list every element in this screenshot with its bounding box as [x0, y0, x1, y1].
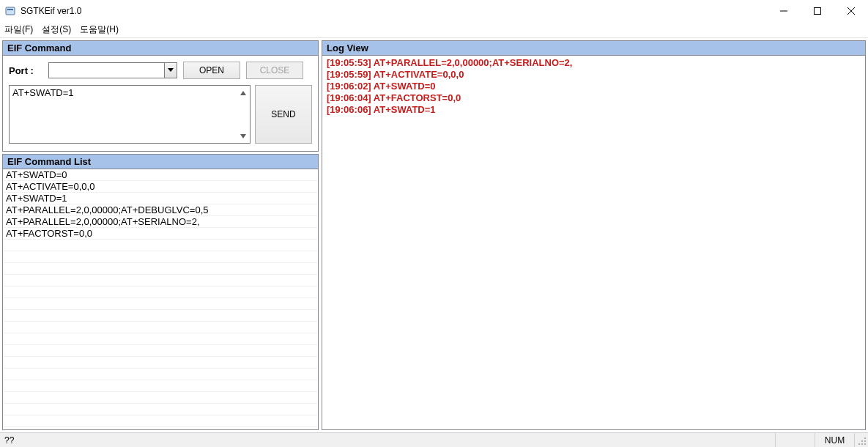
send-button[interactable]: SEND: [255, 85, 312, 144]
list-item[interactable]: [3, 251, 318, 263]
svg-point-13: [861, 440, 863, 442]
list-item[interactable]: AT+PARALLEL=2,0,00000;AT+SERIALNO=2,: [3, 216, 318, 228]
eif-command-list-header: EIF Command List: [3, 155, 318, 169]
list-item[interactable]: [3, 357, 318, 369]
eif-command-header: EIF Command: [3, 41, 318, 56]
eif-command-body: Port : OPEN CLOSE AT+SWATD=1: [3, 56, 318, 151]
left-column: EIF Command Port : OPEN CLOSE AT+SWAT: [2, 40, 319, 430]
port-label: Port :: [9, 65, 42, 76]
window-controls: [767, 0, 868, 22]
log-view-body[interactable]: [19:05:53] AT+PARALLEL=2,0,00000;AT+SERI…: [322, 56, 865, 429]
list-item[interactable]: [3, 263, 318, 275]
list-item[interactable]: [3, 369, 318, 380]
window-title: SGTKEif ver1.0: [21, 6, 81, 16]
port-row: Port : OPEN CLOSE: [9, 62, 312, 79]
svg-marker-6: [168, 68, 174, 72]
menubar: 파일(F) 설정(S) 도움말(H): [0, 22, 868, 38]
svg-marker-8: [240, 134, 246, 138]
list-item[interactable]: [3, 380, 318, 392]
close-button[interactable]: [834, 0, 868, 22]
svg-point-12: [864, 437, 866, 439]
menu-help[interactable]: 도움말(H): [80, 23, 119, 36]
maximize-button[interactable]: [801, 0, 834, 22]
svg-point-11: [861, 443, 863, 445]
command-textarea[interactable]: AT+SWATD=1: [9, 85, 251, 144]
svg-point-14: [858, 443, 860, 445]
list-item[interactable]: [3, 287, 318, 298]
eif-command-list-panel: EIF Command List AT+SWATD=0AT+ACTIVATE=0…: [2, 154, 319, 430]
svg-rect-3: [815, 8, 821, 15]
log-view-panel: Log View [19:05:53] AT+PARALLEL=2,0,0000…: [322, 40, 866, 430]
eif-command-list-body[interactable]: AT+SWATD=0AT+ACTIVATE=0,0,0AT+SWATD=1AT+…: [3, 169, 318, 429]
list-item[interactable]: AT+ACTIVATE=0,0,0: [3, 181, 318, 193]
command-row: AT+SWATD=1 SEND: [9, 85, 312, 144]
minimize-button[interactable]: [767, 0, 801, 22]
list-item[interactable]: [3, 275, 318, 287]
log-view-header: Log View: [322, 41, 865, 56]
chevron-down-icon: [164, 63, 177, 78]
content-area: EIF Command Port : OPEN CLOSE AT+SWAT: [0, 38, 868, 432]
titlebar: SGTKEif ver1.0: [0, 0, 868, 22]
statusbar: ?? NUM: [0, 432, 868, 447]
log-line: [19:06:06] AT+SWATD=1: [327, 104, 861, 116]
list-item[interactable]: AT+PARALLEL=2,0,00000;AT+DEBUGLVC=0,5: [3, 204, 318, 216]
list-item[interactable]: [3, 240, 318, 251]
svg-point-9: [864, 443, 866, 445]
log-line: [19:05:53] AT+PARALLEL=2,0,00000;AT+SERI…: [327, 57, 861, 69]
scroll-up-icon[interactable]: [237, 86, 249, 99]
status-num: NUM: [815, 433, 855, 447]
log-line: [19:06:04] AT+FACTORST=0,0: [327, 92, 861, 104]
eif-command-panel: EIF Command Port : OPEN CLOSE AT+SWAT: [2, 40, 319, 152]
svg-marker-7: [240, 91, 246, 95]
svg-rect-1: [7, 9, 13, 10]
command-textarea-value: AT+SWATD=1: [12, 87, 237, 141]
svg-rect-0: [6, 7, 15, 15]
svg-point-10: [864, 440, 866, 442]
close-button-label: CLOSE: [260, 65, 290, 75]
list-item[interactable]: [3, 322, 318, 333]
log-line: [19:06:02] AT+SWATD=0: [327, 81, 861, 92]
list-item[interactable]: AT+SWATD=0: [3, 169, 318, 181]
list-item[interactable]: [3, 333, 318, 345]
list-item[interactable]: [3, 298, 318, 310]
log-line: [19:05:59] AT+ACTIVATE=0,0,0: [327, 69, 861, 81]
scroll-down-icon[interactable]: [237, 130, 249, 142]
status-cap: [776, 433, 815, 447]
command-scrollbar[interactable]: [237, 86, 249, 142]
open-button-label: OPEN: [199, 65, 224, 75]
list-item[interactable]: [3, 392, 318, 404]
list-item[interactable]: AT+FACTORST=0,0: [3, 228, 318, 240]
list-item[interactable]: [3, 310, 318, 322]
list-item[interactable]: [3, 404, 318, 415]
list-item[interactable]: [3, 415, 318, 427]
close-button-disabled: CLOSE: [246, 62, 303, 79]
app-icon: [4, 5, 16, 17]
menu-settings[interactable]: 설정(S): [42, 23, 71, 36]
resize-grip-icon[interactable]: [855, 433, 868, 447]
status-left: ??: [0, 433, 776, 447]
list-item[interactable]: [3, 345, 318, 357]
send-button-label: SEND: [271, 109, 295, 119]
open-button[interactable]: OPEN: [183, 62, 240, 79]
list-item[interactable]: AT+SWATD=1: [3, 193, 318, 204]
menu-file[interactable]: 파일(F): [4, 23, 33, 36]
port-combo[interactable]: [48, 62, 177, 78]
